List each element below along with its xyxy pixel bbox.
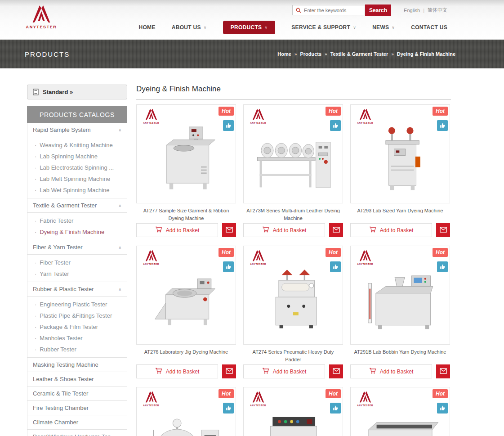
- language-chinese[interactable]: 简体中文: [428, 7, 447, 13]
- language-switch: English | 简体中文: [404, 7, 447, 13]
- bullet: ·: [35, 164, 36, 171]
- add-to-basket-button[interactable]: Add to Basket: [350, 364, 432, 378]
- hot-badge: Hot: [326, 248, 341, 257]
- product-title-link[interactable]: AT293 Lab Sized Yarn Dyeing Machine: [350, 203, 450, 223]
- inquiry-button[interactable]: [436, 223, 450, 237]
- product-image[interactable]: ANYTESTERHot: [136, 104, 236, 203]
- sidebar-item-fabric-tester[interactable]: ·Fabric Tester: [27, 215, 127, 226]
- add-to-basket-button[interactable]: Add to Basket: [350, 223, 432, 237]
- bullet: ·: [35, 335, 36, 342]
- product-image[interactable]: ANYTESTERHot: [350, 104, 450, 203]
- like-button[interactable]: [330, 261, 341, 272]
- sidebar-category-rapid-sample-system[interactable]: Rapid Sample System∧: [27, 123, 127, 137]
- product-image[interactable]: ANYTESTERHot: [243, 387, 343, 436]
- sidebar-item-lab-melt-spinning-machine[interactable]: ·Lab Melt Spinning Machine: [27, 173, 127, 184]
- sidebar-category-textile-garment-tester[interactable]: Textile & Garment Tester∧: [27, 198, 127, 213]
- sidebar-item-label: Lab Spinning Machine: [40, 153, 98, 160]
- product-image[interactable]: ANYTESTERHot: [136, 387, 236, 436]
- like-button[interactable]: [223, 261, 234, 272]
- add-to-basket-button[interactable]: Add to Basket: [136, 223, 218, 237]
- like-button[interactable]: [437, 120, 448, 131]
- inquiry-button[interactable]: [222, 364, 236, 378]
- cart-icon: [262, 226, 269, 234]
- nav-item-news[interactable]: NEWS∨: [372, 24, 395, 31]
- bullet: ·: [35, 312, 36, 319]
- sidebar-category-ceramic-tile-tester[interactable]: Ceramic & Tile Tester: [27, 387, 127, 401]
- bullet: ·: [35, 217, 36, 224]
- standard-button[interactable]: Standard »: [27, 85, 127, 99]
- chevron-down-icon: ∨: [204, 25, 207, 30]
- breadcrumb-textile-garment-tester[interactable]: Textile & Garment Tester: [330, 51, 388, 57]
- inquiry-button[interactable]: [222, 223, 236, 237]
- chevron-up-icon: ∧: [118, 203, 121, 208]
- sidebar-category-climate-chamber[interactable]: Climate Chamber: [27, 415, 127, 430]
- sidebar-category-door-windows-hardware-tes[interactable]: Door&Windows Hardware Tes...: [27, 430, 127, 436]
- hot-badge: Hot: [433, 107, 448, 116]
- product-actions: Add to Basket: [136, 364, 236, 378]
- product-actions: Add to Basket: [243, 223, 343, 237]
- sidebar-item-label: Rubber Tester: [40, 346, 76, 353]
- search-input[interactable]: [304, 8, 361, 13]
- sidebar-item-lab-spinning-machine[interactable]: ·Lab Spinning Machine: [27, 151, 127, 162]
- sidebar-item-package-film-tester[interactable]: ·Package & Film Tester: [27, 321, 127, 333]
- nav-item-products[interactable]: PRODUCTS∨: [223, 21, 276, 34]
- product-title-link[interactable]: AT277 Sample Size Garment & Ribbon Dyein…: [136, 203, 236, 223]
- sidebar-category-masking-testing-machine[interactable]: Masking Testing Machine: [27, 358, 127, 372]
- nav-label: PRODUCTS: [231, 24, 262, 31]
- like-button[interactable]: [437, 261, 448, 272]
- nav-item-contact-us[interactable]: CONTACT US: [411, 24, 447, 31]
- product-image[interactable]: ANYTESTERHot: [243, 246, 343, 345]
- add-to-basket-label: Add to Basket: [166, 227, 200, 234]
- breadcrumb-home[interactable]: Home: [277, 51, 291, 57]
- product-image[interactable]: ANYTESTERHot: [350, 246, 450, 345]
- sidebar-item-engineering-plastic-tester[interactable]: ·Engineering Plastic Tester: [27, 299, 127, 310]
- add-to-basket-button[interactable]: Add to Basket: [243, 364, 325, 378]
- product-image[interactable]: ANYTESTERHot: [350, 387, 450, 436]
- search-button[interactable]: Search: [365, 4, 391, 16]
- product-image[interactable]: ANYTESTERHot: [243, 104, 343, 203]
- product-card: ANYTESTERHotAT274 Series Pneumatic Heavy…: [243, 246, 343, 387]
- sidebar-category-fiber-yarn-tester[interactable]: Fiber & Yarn Tester∧: [27, 240, 127, 255]
- sidebar-item-rubber-tester[interactable]: ·Rubber Tester: [27, 344, 127, 355]
- sidebar-item-lab-electrostatic-spinning[interactable]: ·Lab Electrostatic Spinning ...: [27, 162, 127, 173]
- sidebar-item-weaving-knitting-machine[interactable]: ·Weaving & Knitting Machine: [27, 139, 127, 151]
- like-button[interactable]: [223, 403, 234, 414]
- sidebar-item-lab-wet-spinning-machine[interactable]: ·Lab Wet Spinning Machine: [27, 184, 127, 196]
- sidebar-item-plastic-pipe-fittings-tester[interactable]: ·Plastic Pipe &Fittings Tester: [27, 310, 127, 321]
- breadcrumb-dyeing-finish-machine[interactable]: Dyeing & Finish Machine: [397, 51, 455, 57]
- product-title-link[interactable]: AT291B Lab Bobbin Yarn Dyeing Machine: [350, 345, 450, 364]
- sidebar-item-manholes-tester[interactable]: ·Manholes Tester: [27, 333, 127, 344]
- nav-label: ABOUT US: [172, 24, 201, 31]
- nav-item-service-support[interactable]: SERVICE & SUPPORT∨: [291, 24, 356, 31]
- like-button[interactable]: [330, 120, 341, 131]
- sidebar-item-yarn-tester[interactable]: ·Yarn Tester: [27, 268, 127, 279]
- sidebar-item-dyeing-finish-machine[interactable]: ·Dyeing & Finish Machine: [27, 226, 127, 238]
- product-title-link[interactable]: AT276 Laboratory Jig Dyeing Machine: [136, 345, 236, 364]
- sidebar-item-label: Lab Wet Spinning Machine: [40, 187, 109, 193]
- sidebar-category-rubber-plastic-tester[interactable]: Rubber & Plastic Tester∧: [27, 282, 127, 297]
- anytester-logo[interactable]: ANYTESTER: [25, 3, 58, 40]
- product-photo: [144, 258, 228, 342]
- page-title: Dyeing & Finish Machine: [136, 85, 451, 100]
- sidebar-item-label: Yarn Tester: [40, 270, 69, 277]
- product-title-link[interactable]: AT274 Series Pneumatic Heavy Duty Padder: [243, 345, 343, 364]
- cart-icon: [369, 368, 376, 375]
- like-button[interactable]: [223, 120, 234, 131]
- envelope-icon: [333, 368, 340, 375]
- product-title-link[interactable]: AT273M Series Multi-drum Leather Dyeing …: [243, 203, 343, 223]
- inquiry-button[interactable]: [329, 223, 343, 237]
- add-to-basket-button[interactable]: Add to Basket: [136, 364, 218, 378]
- breadcrumb-products[interactable]: Products: [300, 51, 321, 57]
- language-english[interactable]: English: [404, 8, 420, 13]
- sidebar-category-fire-testing-chamber[interactable]: Fire Testing Chamber: [27, 401, 127, 415]
- like-button[interactable]: [330, 403, 341, 414]
- sidebar-item-fiber-tester[interactable]: ·Fiber Tester: [27, 257, 127, 268]
- sidebar-category-leather-shoes-tester[interactable]: Leather & Shoes Tester: [27, 372, 127, 387]
- inquiry-button[interactable]: [329, 364, 343, 378]
- product-image[interactable]: ANYTESTERHot: [136, 246, 236, 345]
- nav-item-home[interactable]: HOME: [139, 24, 156, 31]
- nav-item-about-us[interactable]: ABOUT US∨: [172, 24, 207, 31]
- inquiry-button[interactable]: [436, 364, 450, 378]
- add-to-basket-button[interactable]: Add to Basket: [243, 223, 325, 237]
- like-button[interactable]: [437, 403, 448, 414]
